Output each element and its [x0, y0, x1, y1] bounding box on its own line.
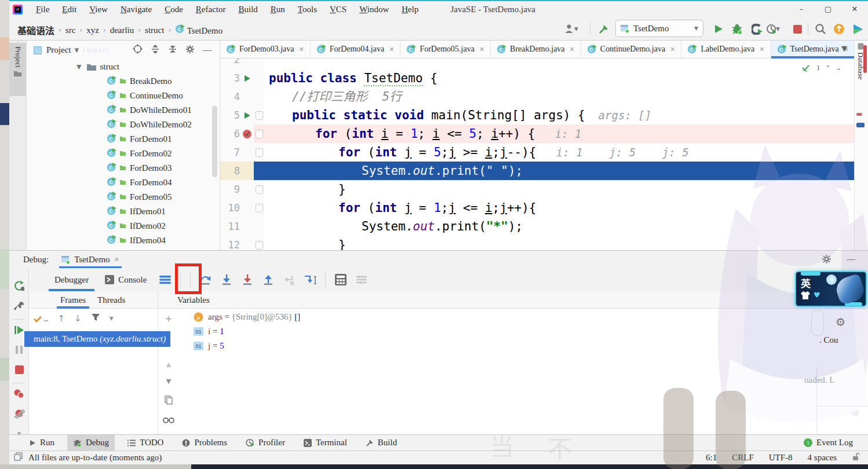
uu-booster-icon[interactable]: [851, 22, 865, 36]
evaluate-expression-button[interactable]: [332, 272, 349, 287]
variable-args[interactable]: pargs = {String[0]@536} []: [176, 310, 300, 324]
event-log-button[interactable]: 1Event Log: [804, 435, 853, 450]
code-line-5[interactable]: 5˅public static void main(String[] args)…: [220, 106, 854, 124]
update-icon[interactable]: [832, 22, 846, 36]
breadcrumb-item[interactable]: xyz: [86, 25, 99, 35]
new-watch-icon[interactable]: +: [165, 314, 172, 324]
menu-refactor[interactable]: Refactor: [191, 3, 231, 16]
coverage-button[interactable]: [750, 22, 764, 36]
prev-frame-icon[interactable]: ↑: [58, 313, 65, 324]
stop-button[interactable]: [790, 22, 804, 36]
variable-j[interactable]: 01j = 5: [176, 339, 300, 353]
game-booster-overlay[interactable]: 英 ♥: [795, 271, 867, 307]
tree-item-IfDemo04[interactable]: CIfDemo04: [27, 233, 220, 248]
code-line-7[interactable]: 7˅for (int j = 5;j >= i;j--){ i: 1 j: 5 …: [220, 143, 854, 162]
hide-debug-panel-icon[interactable]: —: [847, 254, 855, 266]
tree-item-ContinueDemo[interactable]: CContinueDemo: [27, 89, 220, 103]
inline-watches-glasses-icon[interactable]: [163, 416, 174, 426]
changes-icon[interactable]: [14, 452, 23, 463]
breadcrumb-item[interactable]: struct: [145, 25, 164, 35]
collapse-all-icon[interactable]: [168, 45, 177, 56]
step-into-button[interactable]: [218, 272, 235, 287]
menu-code[interactable]: Code: [159, 3, 188, 16]
menu-tools[interactable]: Tools: [293, 3, 322, 16]
code-line-12[interactable]: 12˄}: [220, 236, 854, 250]
step-out-button[interactable]: [260, 272, 277, 287]
maximize-button[interactable]: ▢: [815, 1, 841, 17]
breadcrumb-item[interactable]: src: [65, 25, 76, 35]
fold-marker-icon[interactable]: ˅: [256, 204, 263, 212]
code-line-3[interactable]: 3public class TsetDemo {: [220, 69, 854, 87]
code-line-2[interactable]: 2: [220, 58, 854, 69]
close-tab-icon[interactable]: ✕: [298, 46, 304, 53]
breadcrumb-item[interactable]: C TsetDemo: [175, 24, 223, 36]
user-icon[interactable]: ▼: [564, 22, 578, 36]
tab-console[interactable]: Console: [97, 268, 155, 291]
locate-file-icon[interactable]: [133, 44, 143, 56]
editor-tab-ForDemo04.java[interactable]: CForDemo04.java✕: [311, 41, 401, 58]
close-tab-icon[interactable]: ✕: [670, 46, 675, 53]
tree-item-DoWhileDemo01[interactable]: CDoWhileDemo01: [27, 103, 220, 118]
view-breakpoints-button[interactable]: [13, 387, 25, 400]
menu-edit[interactable]: Edit: [57, 3, 82, 16]
breadcrumb-item[interactable]: dearliu: [110, 25, 134, 35]
project-scrollbar[interactable]: [212, 106, 217, 177]
tree-item-ForDemo02[interactable]: CForDemo02: [27, 146, 220, 161]
run-config-selector[interactable]: TsetDemo ▼: [615, 20, 703, 37]
editor-tab-LabelDemo.java[interactable]: CLabelDemo.java✕: [681, 41, 771, 58]
close-tab-icon[interactable]: ✕: [759, 46, 764, 53]
close-tab-icon[interactable]: ✕: [570, 46, 575, 53]
close-button[interactable]: ✕: [841, 1, 868, 17]
show-layout-menu-icon[interactable]: [156, 272, 174, 287]
menu-help[interactable]: Help: [396, 3, 424, 16]
project-panel-title[interactable]: Project: [46, 45, 71, 55]
breakpoint-icon[interactable]: [242, 129, 252, 139]
collapse-chevron-icon[interactable]: ▼: [76, 63, 81, 71]
tree-item-DoWhileDemo02[interactable]: CDoWhileDemo02: [27, 118, 220, 132]
toolwindow-button-build[interactable]: Build: [360, 435, 403, 450]
toolwindow-button-run[interactable]: Run: [23, 435, 60, 450]
expand-all-icon[interactable]: [151, 45, 160, 56]
toolwindow-button-todo[interactable]: TODO: [122, 435, 169, 450]
hide-panel-icon[interactable]: —: [203, 45, 211, 55]
tree-item-ForDemo03[interactable]: CForDemo03: [27, 161, 220, 175]
caret-stripe-mark[interactable]: [856, 123, 865, 127]
pause-button[interactable]: [13, 343, 25, 356]
close-tab-icon[interactable]: ✕: [389, 46, 394, 53]
toolwindow-button-problems[interactable]: Problems: [176, 435, 233, 450]
tree-item-BreakDemo[interactable]: CBreakDemo: [27, 74, 220, 89]
stack-frame-row[interactable]: main:8, TsetDemo (xyz.dearliu.struct): [24, 331, 170, 347]
search-everywhere-icon[interactable]: [814, 22, 827, 36]
menu-vcs[interactable]: VCS: [324, 3, 352, 16]
close-tab-icon[interactable]: ✕: [479, 46, 484, 53]
fold-marker-icon[interactable]: ˅: [256, 111, 263, 120]
hide-frames-icon[interactable]: ..: [34, 314, 49, 324]
frames-dropdown-icon[interactable]: ▼: [110, 316, 114, 321]
settings-gear-icon[interactable]: [185, 45, 195, 56]
editor-tab-ContinueDemo.java[interactable]: CContinueDemo.java✕: [581, 41, 682, 58]
code-line-10[interactable]: 10˅for (int j = 1;j <= i;j++){: [220, 199, 854, 217]
run-line-icon[interactable]: [243, 75, 251, 82]
scroll-up-icon[interactable]: ▲: [166, 361, 171, 368]
run-line-icon[interactable]: [243, 112, 251, 119]
next-frame-icon[interactable]: ↓: [74, 313, 82, 324]
tabs-dropdown-icon[interactable]: ▼: [841, 44, 847, 53]
mute-breakpoints-button[interactable]: [13, 407, 25, 420]
overlay-gear-icon[interactable]: ⚙: [836, 316, 845, 328]
menu-run[interactable]: Run: [265, 3, 290, 16]
tree-item-ForDemo04[interactable]: CForDemo04: [27, 175, 220, 190]
inspection-widget[interactable]: 1 ⌃ ⌄: [802, 63, 841, 72]
drop-frame-button[interactable]: [280, 272, 298, 287]
debug-button[interactable]: [730, 22, 744, 36]
scroll-down-icon[interactable]: ▼: [166, 378, 171, 385]
tab-threads[interactable]: Threads: [97, 291, 125, 309]
lock-icon[interactable]: [852, 453, 860, 463]
code-line-4[interactable]: 4//打印三角形 5行: [220, 87, 854, 106]
tab-frames[interactable]: Frames: [60, 291, 86, 309]
stop-debug-button[interactable]: [13, 363, 25, 376]
rerun-button[interactable]: [13, 280, 25, 292]
status-message[interactable]: All files are up-to-date (moments ago): [28, 453, 162, 463]
build-hammer-icon[interactable]: [597, 22, 611, 36]
line-ending[interactable]: CRLF: [732, 453, 754, 463]
force-step-into-button[interactable]: [239, 272, 256, 287]
